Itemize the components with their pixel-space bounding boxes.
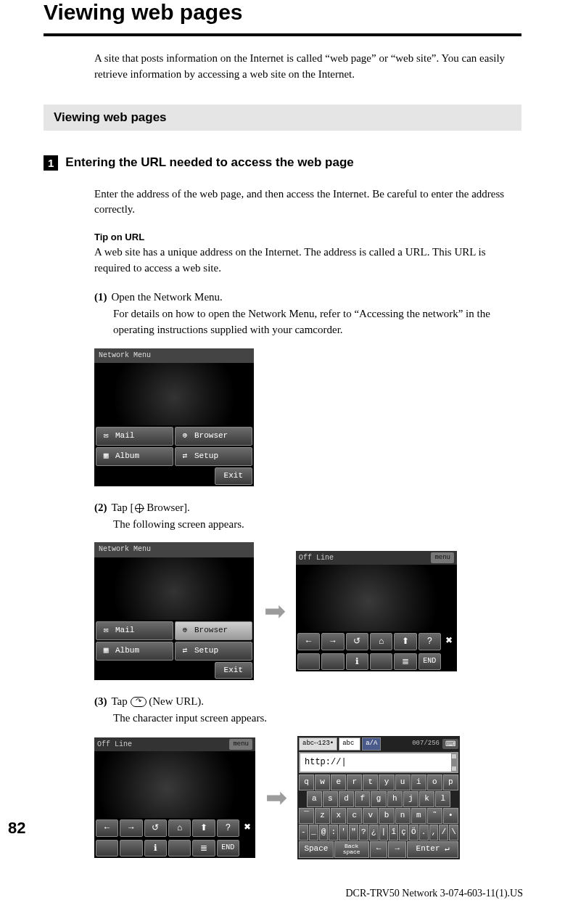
close-icon[interactable]: ✖	[442, 633, 455, 650]
kb-key[interactable]: Ö	[409, 825, 418, 841]
kb-key[interactable]: ¿	[369, 825, 379, 841]
kb-key[interactable]: :	[329, 825, 338, 841]
kb-key[interactable]: y	[379, 774, 394, 790]
newurl-icon[interactable]: ⬆	[394, 633, 416, 650]
browser-toolbar-1: ← → ↺ ⌂ ⬆ ? ✖	[296, 631, 457, 651]
close-icon-2[interactable]: ✖	[241, 819, 254, 836]
kb-key[interactable]: i	[411, 774, 426, 790]
kb-key[interactable]: î	[389, 825, 398, 841]
nm-browser-button[interactable]: ⊕Browser	[175, 427, 252, 446]
step-2-more: The following screen appears.	[94, 516, 521, 533]
kb-key[interactable]: .	[419, 825, 429, 841]
nm-mail-button[interactable]: ✉Mail	[96, 427, 173, 446]
home-icon-2[interactable]: ⌂	[168, 819, 191, 836]
kb-key[interactable]: \	[449, 825, 458, 841]
nm-exit-button[interactable]: Exit	[215, 467, 252, 485]
tb2b-1[interactable]	[120, 840, 142, 856]
newurl-icon	[131, 697, 147, 707]
kb-key[interactable]: "	[349, 825, 358, 841]
kb-key[interactable]: ¯	[299, 808, 314, 824]
tb2-3[interactable]	[370, 653, 392, 670]
kb-key[interactable]: /	[439, 825, 448, 841]
kb-key[interactable]: t	[363, 774, 378, 790]
kb-key[interactable]: •	[443, 808, 458, 824]
newurl-icon-2[interactable]: ⬆	[192, 819, 215, 836]
kb-key[interactable]: o	[427, 774, 442, 790]
reload-icon-2[interactable]: ↺	[144, 819, 167, 836]
kb-key[interactable]: w	[315, 774, 330, 790]
kb-key[interactable]: p	[443, 774, 458, 790]
kb-key[interactable]: '	[339, 825, 348, 841]
nm-album-button-2[interactable]: ▦Album	[96, 642, 173, 661]
tb2-1[interactable]	[321, 653, 344, 670]
kb-key[interactable]: z	[315, 808, 330, 824]
back-icon-2[interactable]: ←	[96, 819, 118, 836]
kb-key[interactable]: m	[411, 808, 426, 824]
kb-key[interactable]: ?	[359, 825, 368, 841]
nm-setup-label: Setup	[194, 451, 218, 462]
end-button[interactable]: END	[418, 653, 441, 670]
back-icon[interactable]: ←	[297, 633, 320, 650]
kb-key[interactable]: l	[435, 791, 450, 807]
kb-key[interactable]: ,	[429, 825, 439, 841]
forward-icon[interactable]: →	[321, 633, 344, 650]
nm-exit-button-2[interactable]: Exit	[215, 662, 252, 679]
kb-mode-toggle[interactable]: abc↔123•	[299, 737, 337, 750]
browser-menu-button[interactable]: menu	[431, 552, 454, 563]
kb-case-toggle[interactable]: a/A	[362, 737, 381, 750]
kb-key[interactable]: -	[299, 825, 308, 841]
list-icon[interactable]: ≣	[394, 653, 416, 670]
nm-setup-button-2[interactable]: ⇄Setup	[175, 642, 252, 661]
kb-key[interactable]: _	[309, 825, 318, 841]
help-icon-2[interactable]: ?	[217, 819, 239, 836]
help-icon[interactable]: ?	[418, 633, 441, 650]
home-icon[interactable]: ⌂	[370, 633, 392, 650]
kb-key[interactable]: u	[395, 774, 411, 790]
kb-space-key[interactable]: Space	[299, 841, 334, 859]
kb-key[interactable]: h	[387, 791, 403, 807]
kb-key[interactable]: k	[419, 791, 434, 807]
nm-setup-button[interactable]: ⇄Setup	[175, 447, 252, 466]
kb-key[interactable]: r	[347, 774, 362, 790]
reload-icon[interactable]: ↺	[346, 633, 368, 650]
kb-key[interactable]: c	[347, 808, 362, 824]
kb-backspace-key[interactable]: Back space	[334, 841, 369, 859]
kb-right-key[interactable]: →	[388, 841, 406, 859]
kb-left-key[interactable]: ←	[370, 841, 388, 859]
info-icon[interactable]: ℹ	[346, 653, 368, 670]
nm-browser-button-selected[interactable]: ⊕Browser	[175, 621, 252, 640]
kb-key[interactable]: j	[403, 791, 418, 807]
info-icon-2[interactable]: ℹ	[144, 840, 167, 856]
browser-toolbar-1b: ← → ↺ ⌂ ⬆ ? ✖	[94, 818, 255, 838]
kb-key[interactable]: n	[395, 808, 411, 824]
tb2b-blank	[241, 840, 254, 856]
kb-key[interactable]: e	[331, 774, 346, 790]
kb-key[interactable]: a	[307, 791, 322, 807]
kb-key[interactable]: g	[371, 791, 386, 807]
browser-menu-button-2[interactable]: menu	[229, 739, 252, 750]
nm-mail-button-2[interactable]: ✉Mail	[96, 621, 173, 640]
tb2-0[interactable]	[297, 653, 320, 670]
scrollbar[interactable]	[451, 753, 457, 772]
kb-url-input[interactable]: http://|	[299, 752, 458, 773]
end-button-2[interactable]: END	[217, 840, 239, 856]
kb-key[interactable]: v	[363, 808, 378, 824]
nm-album-button[interactable]: ▦Album	[96, 447, 173, 466]
kb-key[interactable]: x	[331, 808, 346, 824]
kb-key[interactable]: b	[379, 808, 394, 824]
kb-key[interactable]: q	[299, 774, 314, 790]
kb-key[interactable]: @	[319, 825, 329, 841]
kb-key[interactable]: ç	[399, 825, 408, 841]
kb-key[interactable]: ˜	[427, 808, 442, 824]
kb-key[interactable]: s	[323, 791, 338, 807]
forward-icon-2[interactable]: →	[120, 819, 142, 836]
kb-enter-key[interactable]: Enter ↵	[407, 841, 458, 859]
tb2b-0[interactable]	[96, 840, 118, 856]
keyboard-icon[interactable]: ⌨	[442, 739, 458, 750]
kb-key[interactable]: d	[339, 791, 354, 807]
tb2b-3[interactable]	[168, 840, 191, 856]
title-rule	[44, 33, 521, 36]
list-icon-2[interactable]: ≣	[192, 840, 215, 856]
kb-key[interactable]: f	[355, 791, 370, 807]
kb-key[interactable]: |	[379, 825, 389, 841]
